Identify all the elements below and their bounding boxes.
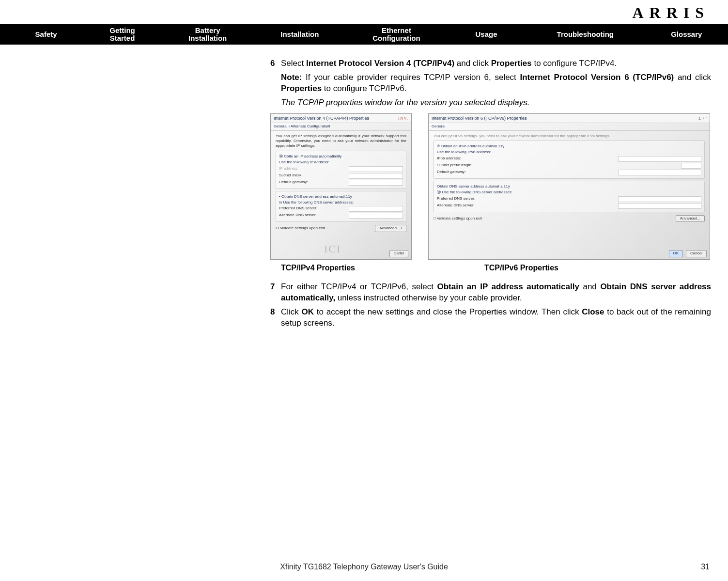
step-6-note: Note: If your cable provider requires TC… — [270, 72, 711, 94]
ipv4-advanced-button[interactable]: Advanced... I — [375, 225, 406, 232]
step8-b: to accept the new settings and close the… — [314, 307, 582, 316]
ipv6-desc: You can get IPv6 settings. you need to a… — [434, 134, 705, 139]
note-b2: Properties — [281, 84, 322, 93]
step7-a: For either TCP/IPv4 or TCP/IPv6, select — [281, 282, 437, 291]
dialog-captions: TCP/IPv4 Properties TCP/IPv6 Properties — [270, 263, 711, 273]
ipv4-watermark: ICI — [324, 242, 341, 256]
ipv6-gw-input[interactable] — [618, 170, 701, 175]
ipv6-tabs: General — [429, 123, 710, 131]
ipv4-caption: TCP/IPv4 Properties — [270, 263, 436, 273]
step7-b: and — [579, 282, 600, 291]
dialog-row: Internet Protocol Version 4 (TCPAPv4) Pr… — [270, 113, 711, 260]
step-8: 8 Click OK to accept the new settings an… — [270, 307, 711, 329]
ipv6-ip-label: IPo6 address: — [437, 156, 461, 162]
step-6: 6 Select Internet Protocol Version 4 (TC… — [270, 58, 711, 69]
ipv6-dns1-input[interactable] — [618, 196, 701, 202]
nav-battery-l2: Installation — [171, 34, 244, 43]
ipv6-radio-manual-dns[interactable]: Ⓡ Use the following DNS server addresses… — [437, 190, 701, 195]
nav-glossary[interactable]: Glossary — [645, 29, 728, 41]
content-column: 6 Select Internet Protocol Version 4 (TC… — [270, 58, 711, 332]
ipv6-radio-auto-dns[interactable]: Obtain DNS server address automat a:11y — [437, 184, 701, 189]
ipv6-caption: TCP/IPv6 Properties — [436, 263, 711, 273]
step-7-number: 7 — [270, 282, 281, 304]
ipv6-body: You can get IPv6 settings. you need to a… — [429, 131, 710, 225]
nav-safety[interactable]: Safety — [9, 29, 83, 41]
ipv6-footer: OK Cancel — [669, 250, 707, 257]
ipv4-dialog: Internet Protocol Version 4 (TCPAPv4) Pr… — [270, 113, 412, 260]
ipv4-validate-check[interactable]: I I Validate settings upon exit — [276, 226, 325, 231]
ipv4-gw-input[interactable] — [349, 180, 403, 186]
ipv6-ok-button[interactable]: OK — [669, 250, 683, 257]
page-number: 31 — [701, 563, 710, 571]
step-7: 7 For either TCP/IPv4 or TCP/IPv6, selec… — [270, 282, 711, 304]
ipv4-radio-auto-dns[interactable]: • Obtain DNS server address automati.11y — [279, 194, 403, 199]
ipv4-dns2-label: Alternate DNS server: — [279, 213, 317, 219]
step8-a: Click — [281, 307, 302, 316]
ipv4-radio-auto-ip[interactable]: ⓐ Cbtin an IP address automatimilly — [279, 154, 403, 159]
ipv4-footer: Cartel — [389, 250, 408, 257]
step6-post: to configure TCP/IPv4. — [532, 59, 617, 68]
ipv6-radio-manual-ip[interactable]: Use the following IPv6 address: — [437, 150, 701, 155]
ipv6-dns2-label: Alternate DNS server: — [437, 203, 475, 209]
page-footer: Xfinity TG1682 Telephony Gateway User's … — [0, 563, 728, 571]
nav-battery-l1: Battery — [171, 27, 244, 35]
step7-b1: Obtain an IP address automati­cally — [437, 282, 579, 291]
note-b: and click — [674, 73, 711, 82]
ipv6-validate-check[interactable]: □ Validate settings upon exit — [434, 216, 482, 221]
step6-mid: and click — [454, 59, 491, 68]
nav-ethernet-l1: Ethernet — [356, 27, 437, 35]
footer-title: Xfinity TG1682 Telephony Gateway User's … — [280, 563, 448, 571]
document-page: ARRIS Safety Getting Started Battery Ins… — [0, 0, 728, 581]
ipv4-mask-label: Sutinet mask: — [279, 173, 302, 179]
ipv4-dns2-input[interactable] — [349, 213, 403, 219]
step8-b1: OK — [302, 307, 314, 316]
step-6-text: Select Internet Protocol Version 4 (TCP/… — [281, 58, 711, 69]
note-label: Note: — [281, 73, 302, 82]
ipv6-dns2-input[interactable] — [618, 203, 701, 209]
ipv4-body: You can get IP settings assigned automat… — [271, 131, 411, 235]
ipv4-mask-input[interactable] — [349, 173, 403, 179]
nav-battery-installation[interactable]: Battery Installation — [162, 25, 254, 45]
nav-usage[interactable]: Usage — [447, 29, 526, 41]
ipv6-badge: 1 7 ’ — [698, 115, 707, 121]
nav-getting-started-l1: Getting — [93, 27, 152, 35]
ipv6-ip-input[interactable] — [618, 156, 701, 162]
ipv4-ip-group: ⓐ Cbtin an IP address automatimilly Use … — [276, 151, 406, 189]
nav-troubleshooting[interactable]: Troubleshooting — [526, 29, 645, 41]
ipv4-tabs: General I Alternate Cunfiguraturil — [271, 123, 411, 131]
ipv6-radio-auto-ip[interactable]: ® Obtain an IPv6 address automali.11y — [437, 144, 701, 149]
note-b1: Internet Pro­tocol Version 6 (TCP/IPv6) — [520, 73, 674, 82]
note-c: to configure TCP/IPv6. — [322, 84, 406, 93]
ipv6-cancel-button[interactable]: Cancel — [686, 250, 707, 257]
top-nav: Safety Getting Started Battery Installat… — [0, 24, 728, 45]
ipv6-dns1-label: Preferred DNS server: — [437, 196, 475, 202]
ipv6-prefix-label: Subnet prefix length: — [437, 163, 472, 169]
ipv6-advanced-button[interactable]: Advanced... — [676, 215, 705, 222]
ipv6-dialog: Internet Protocol Version 6 (TCP/IPv6) P… — [428, 113, 710, 260]
ipv6-dns-group: Obtain DNS server address automat a:11y … — [434, 181, 705, 212]
ipv4-radio-manual-ip[interactable]: Use the following IP address: — [279, 160, 403, 165]
ipv4-dns1-label: Preferred DNS server: — [279, 206, 317, 212]
nav-ethernet-l2: Configuration — [356, 34, 437, 43]
step-8-text: Click OK to accept the new settings and … — [281, 307, 711, 329]
nav-installation[interactable]: Installation — [254, 29, 346, 41]
step8-b2: Close — [582, 307, 604, 316]
ipv4-cancel-button[interactable]: Cartel — [389, 250, 408, 257]
ipv4-desc: You can get IP settings assigned automat… — [276, 134, 406, 149]
step7-c: unless instructed otherwise by your cabl… — [335, 293, 522, 302]
ipv4-title: Internet Protocol Version 4 (TCPAPv4) Pr… — [274, 115, 369, 121]
ipv4-ip-label: IP address: — [279, 166, 298, 172]
ipv4-ip-input[interactable] — [349, 166, 403, 172]
nav-getting-started-l2: Started — [93, 34, 152, 43]
ipv6-prefix-input[interactable] — [681, 163, 701, 169]
ipv4-gw-label: Default gateway: — [279, 180, 308, 186]
ipv4-dns-group: • Obtain DNS server address automati.11y… — [276, 191, 406, 222]
ipv4-dns1-input[interactable] — [349, 206, 403, 212]
ipv4-radio-manual-dns[interactable]: in Use the following DNS server addresse… — [279, 200, 403, 205]
nav-ethernet-configuration[interactable]: Ethernet Configuration — [346, 25, 447, 45]
ipv6-title-bar: Internet Protocol Version 6 (TCP/IPv6) P… — [429, 114, 710, 123]
step6-bold2: Properties — [491, 59, 532, 68]
step6-pre: Select — [281, 59, 306, 68]
step6-bold1: Internet Protocol Version 4 (TCP/IPv4) — [306, 59, 454, 68]
nav-getting-started[interactable]: Getting Started — [83, 25, 161, 45]
